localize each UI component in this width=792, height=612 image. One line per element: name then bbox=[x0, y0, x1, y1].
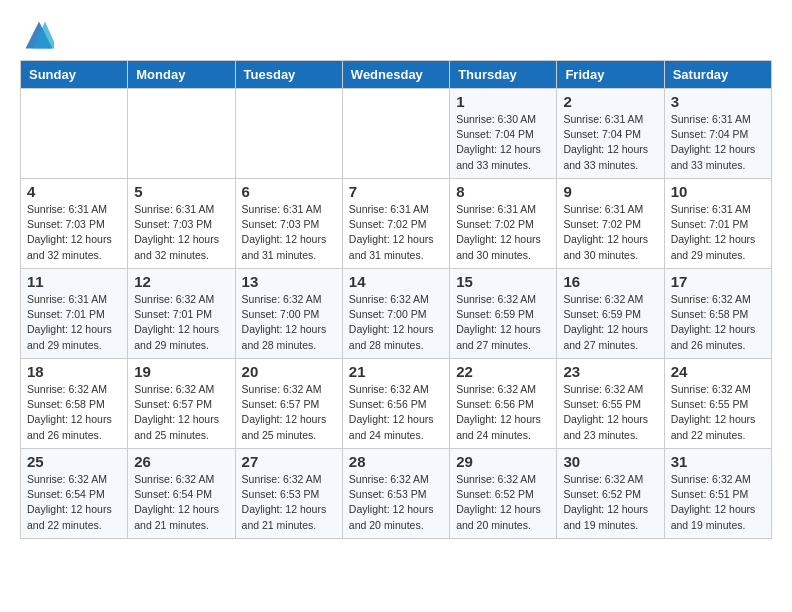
calendar-table: SundayMondayTuesdayWednesdayThursdayFrid… bbox=[20, 60, 772, 539]
day-info: Sunrise: 6:31 AM Sunset: 7:01 PM Dayligh… bbox=[27, 292, 121, 353]
day-number: 22 bbox=[456, 363, 550, 380]
day-number: 28 bbox=[349, 453, 443, 470]
calendar-cell: 2Sunrise: 6:31 AM Sunset: 7:04 PM Daylig… bbox=[557, 89, 664, 179]
day-info: Sunrise: 6:32 AM Sunset: 6:54 PM Dayligh… bbox=[134, 472, 228, 533]
calendar-cell: 31Sunrise: 6:32 AM Sunset: 6:51 PM Dayli… bbox=[664, 449, 771, 539]
day-info: Sunrise: 6:31 AM Sunset: 7:02 PM Dayligh… bbox=[456, 202, 550, 263]
calendar-cell: 24Sunrise: 6:32 AM Sunset: 6:55 PM Dayli… bbox=[664, 359, 771, 449]
day-info: Sunrise: 6:32 AM Sunset: 7:01 PM Dayligh… bbox=[134, 292, 228, 353]
day-number: 10 bbox=[671, 183, 765, 200]
day-number: 4 bbox=[27, 183, 121, 200]
calendar-cell: 16Sunrise: 6:32 AM Sunset: 6:59 PM Dayli… bbox=[557, 269, 664, 359]
day-info: Sunrise: 6:32 AM Sunset: 6:56 PM Dayligh… bbox=[456, 382, 550, 443]
calendar-cell bbox=[342, 89, 449, 179]
calendar-cell: 25Sunrise: 6:32 AM Sunset: 6:54 PM Dayli… bbox=[21, 449, 128, 539]
day-number: 25 bbox=[27, 453, 121, 470]
calendar-cell: 27Sunrise: 6:32 AM Sunset: 6:53 PM Dayli… bbox=[235, 449, 342, 539]
day-info: Sunrise: 6:32 AM Sunset: 6:59 PM Dayligh… bbox=[456, 292, 550, 353]
calendar-cell: 1Sunrise: 6:30 AM Sunset: 7:04 PM Daylig… bbox=[450, 89, 557, 179]
day-number: 8 bbox=[456, 183, 550, 200]
day-number: 21 bbox=[349, 363, 443, 380]
logo bbox=[20, 20, 54, 50]
day-number: 5 bbox=[134, 183, 228, 200]
day-number: 20 bbox=[242, 363, 336, 380]
day-info: Sunrise: 6:31 AM Sunset: 7:01 PM Dayligh… bbox=[671, 202, 765, 263]
calendar-cell: 7Sunrise: 6:31 AM Sunset: 7:02 PM Daylig… bbox=[342, 179, 449, 269]
day-number: 18 bbox=[27, 363, 121, 380]
calendar-cell: 8Sunrise: 6:31 AM Sunset: 7:02 PM Daylig… bbox=[450, 179, 557, 269]
day-number: 9 bbox=[563, 183, 657, 200]
day-number: 13 bbox=[242, 273, 336, 290]
day-number: 1 bbox=[456, 93, 550, 110]
calendar-cell: 28Sunrise: 6:32 AM Sunset: 6:53 PM Dayli… bbox=[342, 449, 449, 539]
day-info: Sunrise: 6:32 AM Sunset: 6:52 PM Dayligh… bbox=[563, 472, 657, 533]
calendar-cell: 17Sunrise: 6:32 AM Sunset: 6:58 PM Dayli… bbox=[664, 269, 771, 359]
day-header-monday: Monday bbox=[128, 61, 235, 89]
day-info: Sunrise: 6:32 AM Sunset: 6:53 PM Dayligh… bbox=[349, 472, 443, 533]
calendar-cell: 4Sunrise: 6:31 AM Sunset: 7:03 PM Daylig… bbox=[21, 179, 128, 269]
calendar-cell bbox=[21, 89, 128, 179]
day-header-tuesday: Tuesday bbox=[235, 61, 342, 89]
day-info: Sunrise: 6:31 AM Sunset: 7:03 PM Dayligh… bbox=[242, 202, 336, 263]
day-number: 27 bbox=[242, 453, 336, 470]
calendar-cell: 11Sunrise: 6:31 AM Sunset: 7:01 PM Dayli… bbox=[21, 269, 128, 359]
day-info: Sunrise: 6:32 AM Sunset: 6:54 PM Dayligh… bbox=[27, 472, 121, 533]
day-info: Sunrise: 6:30 AM Sunset: 7:04 PM Dayligh… bbox=[456, 112, 550, 173]
day-number: 16 bbox=[563, 273, 657, 290]
logo-icon bbox=[24, 20, 54, 50]
calendar-cell: 6Sunrise: 6:31 AM Sunset: 7:03 PM Daylig… bbox=[235, 179, 342, 269]
calendar-cell: 13Sunrise: 6:32 AM Sunset: 7:00 PM Dayli… bbox=[235, 269, 342, 359]
day-number: 17 bbox=[671, 273, 765, 290]
calendar-cell: 18Sunrise: 6:32 AM Sunset: 6:58 PM Dayli… bbox=[21, 359, 128, 449]
calendar-cell: 14Sunrise: 6:32 AM Sunset: 7:00 PM Dayli… bbox=[342, 269, 449, 359]
day-info: Sunrise: 6:31 AM Sunset: 7:04 PM Dayligh… bbox=[671, 112, 765, 173]
calendar-cell bbox=[128, 89, 235, 179]
day-info: Sunrise: 6:31 AM Sunset: 7:03 PM Dayligh… bbox=[134, 202, 228, 263]
calendar-cell: 3Sunrise: 6:31 AM Sunset: 7:04 PM Daylig… bbox=[664, 89, 771, 179]
calendar-cell: 15Sunrise: 6:32 AM Sunset: 6:59 PM Dayli… bbox=[450, 269, 557, 359]
day-info: Sunrise: 6:32 AM Sunset: 6:58 PM Dayligh… bbox=[27, 382, 121, 443]
calendar-cell: 19Sunrise: 6:32 AM Sunset: 6:57 PM Dayli… bbox=[128, 359, 235, 449]
day-info: Sunrise: 6:32 AM Sunset: 6:56 PM Dayligh… bbox=[349, 382, 443, 443]
calendar-cell: 10Sunrise: 6:31 AM Sunset: 7:01 PM Dayli… bbox=[664, 179, 771, 269]
calendar-cell: 26Sunrise: 6:32 AM Sunset: 6:54 PM Dayli… bbox=[128, 449, 235, 539]
calendar-cell: 9Sunrise: 6:31 AM Sunset: 7:02 PM Daylig… bbox=[557, 179, 664, 269]
day-info: Sunrise: 6:32 AM Sunset: 7:00 PM Dayligh… bbox=[242, 292, 336, 353]
day-number: 30 bbox=[563, 453, 657, 470]
calendar-cell: 5Sunrise: 6:31 AM Sunset: 7:03 PM Daylig… bbox=[128, 179, 235, 269]
day-number: 6 bbox=[242, 183, 336, 200]
day-number: 2 bbox=[563, 93, 657, 110]
day-number: 3 bbox=[671, 93, 765, 110]
day-info: Sunrise: 6:31 AM Sunset: 7:04 PM Dayligh… bbox=[563, 112, 657, 173]
calendar-cell: 30Sunrise: 6:32 AM Sunset: 6:52 PM Dayli… bbox=[557, 449, 664, 539]
day-info: Sunrise: 6:32 AM Sunset: 6:53 PM Dayligh… bbox=[242, 472, 336, 533]
calendar-cell: 22Sunrise: 6:32 AM Sunset: 6:56 PM Dayli… bbox=[450, 359, 557, 449]
day-info: Sunrise: 6:31 AM Sunset: 7:02 PM Dayligh… bbox=[349, 202, 443, 263]
day-header-friday: Friday bbox=[557, 61, 664, 89]
day-header-sunday: Sunday bbox=[21, 61, 128, 89]
day-number: 31 bbox=[671, 453, 765, 470]
day-number: 23 bbox=[563, 363, 657, 380]
day-info: Sunrise: 6:31 AM Sunset: 7:03 PM Dayligh… bbox=[27, 202, 121, 263]
day-info: Sunrise: 6:32 AM Sunset: 6:51 PM Dayligh… bbox=[671, 472, 765, 533]
day-number: 7 bbox=[349, 183, 443, 200]
day-number: 29 bbox=[456, 453, 550, 470]
day-info: Sunrise: 6:32 AM Sunset: 6:55 PM Dayligh… bbox=[563, 382, 657, 443]
day-header-wednesday: Wednesday bbox=[342, 61, 449, 89]
day-number: 15 bbox=[456, 273, 550, 290]
day-info: Sunrise: 6:32 AM Sunset: 6:57 PM Dayligh… bbox=[242, 382, 336, 443]
day-info: Sunrise: 6:32 AM Sunset: 6:55 PM Dayligh… bbox=[671, 382, 765, 443]
day-info: Sunrise: 6:32 AM Sunset: 6:57 PM Dayligh… bbox=[134, 382, 228, 443]
day-header-saturday: Saturday bbox=[664, 61, 771, 89]
day-info: Sunrise: 6:32 AM Sunset: 7:00 PM Dayligh… bbox=[349, 292, 443, 353]
day-number: 12 bbox=[134, 273, 228, 290]
calendar-cell: 29Sunrise: 6:32 AM Sunset: 6:52 PM Dayli… bbox=[450, 449, 557, 539]
day-header-thursday: Thursday bbox=[450, 61, 557, 89]
calendar-cell: 20Sunrise: 6:32 AM Sunset: 6:57 PM Dayli… bbox=[235, 359, 342, 449]
day-number: 19 bbox=[134, 363, 228, 380]
calendar-cell: 12Sunrise: 6:32 AM Sunset: 7:01 PM Dayli… bbox=[128, 269, 235, 359]
calendar-cell: 23Sunrise: 6:32 AM Sunset: 6:55 PM Dayli… bbox=[557, 359, 664, 449]
day-number: 26 bbox=[134, 453, 228, 470]
day-info: Sunrise: 6:32 AM Sunset: 6:58 PM Dayligh… bbox=[671, 292, 765, 353]
day-info: Sunrise: 6:32 AM Sunset: 6:52 PM Dayligh… bbox=[456, 472, 550, 533]
